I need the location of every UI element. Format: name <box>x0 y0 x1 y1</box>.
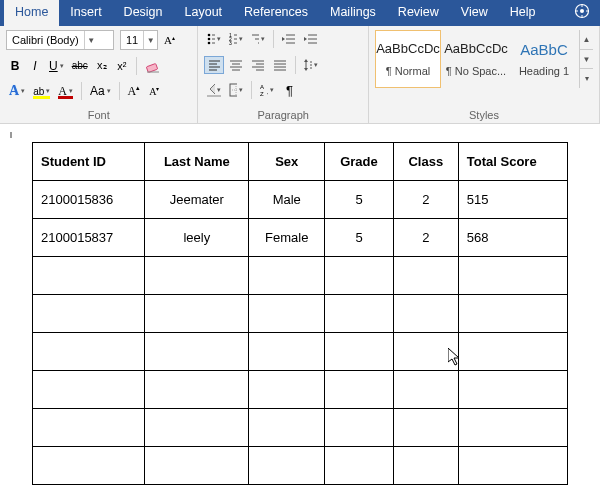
svg-text:A: A <box>164 34 172 46</box>
group-paragraph: 123 <box>198 26 369 123</box>
document-table[interactable]: Student ID Last Name Sex Grade Class Tot… <box>32 142 568 485</box>
table-header[interactable]: Grade <box>325 143 394 181</box>
table-row[interactable]: 2100015837leelyFemale52568 <box>33 219 568 257</box>
svg-point-1 <box>580 9 584 13</box>
table-row-empty[interactable] <box>33 371 568 409</box>
tab-design[interactable]: Design <box>113 0 174 26</box>
justify-icon <box>273 58 287 72</box>
group-label-styles: Styles <box>375 107 593 121</box>
increase-indent-button[interactable] <box>301 30 321 48</box>
cell-grade[interactable]: 5 <box>325 181 394 219</box>
cell-sex[interactable]: Male <box>249 181 325 219</box>
table-header[interactable]: Student ID <box>33 143 145 181</box>
style-heading-1[interactable]: AaBbC Heading 1 <box>511 30 577 88</box>
table-row-empty[interactable] <box>33 295 568 333</box>
shading-button[interactable] <box>204 81 224 99</box>
styles-expand[interactable]: ▾ <box>580 69 593 88</box>
justify-button[interactable] <box>270 56 290 74</box>
styles-scroll-up[interactable]: ▲ <box>580 30 593 50</box>
cell-grade[interactable]: 5 <box>325 219 394 257</box>
table-row-empty[interactable] <box>33 333 568 371</box>
table-row-empty[interactable] <box>33 257 568 295</box>
tab-mailings[interactable]: Mailings <box>319 0 387 26</box>
highlight-icon: ab <box>33 86 44 97</box>
font-color-button[interactable]: A <box>55 81 76 101</box>
tab-home[interactable]: Home <box>4 0 59 26</box>
table-row-empty[interactable] <box>33 447 568 485</box>
align-center-button[interactable] <box>226 56 246 74</box>
clear-formatting-button[interactable] <box>142 56 164 76</box>
chevron-down-icon: ▼ <box>84 31 98 49</box>
multilevel-list-button[interactable] <box>248 30 268 48</box>
cell-last[interactable]: Jeemater <box>145 181 249 219</box>
tab-help[interactable]: Help <box>499 0 547 26</box>
table-header[interactable]: Total Score <box>458 143 567 181</box>
numbering-button[interactable]: 123 <box>226 30 246 48</box>
tab-bar: Home Insert Design Layout References Mai… <box>0 0 600 26</box>
ruler-tick <box>10 132 12 138</box>
svg-marker-32 <box>304 37 307 41</box>
shrink-font-button[interactable]: A▾ <box>145 81 163 101</box>
tab-insert[interactable]: Insert <box>59 0 112 26</box>
table-header[interactable]: Last Name <box>145 143 249 181</box>
borders-button[interactable] <box>226 81 246 99</box>
table-row-empty[interactable] <box>33 409 568 447</box>
align-left-button[interactable] <box>204 56 224 74</box>
decrease-indent-button[interactable] <box>279 30 299 48</box>
cell-id[interactable]: 2100015837 <box>33 219 145 257</box>
styles-scroll: ▲ ▼ ▾ <box>579 30 593 88</box>
svg-point-12 <box>208 38 211 41</box>
show-marks-button[interactable]: ¶ <box>279 81 299 99</box>
svg-rect-8 <box>146 63 157 72</box>
align-right-button[interactable] <box>248 56 268 74</box>
sort-button[interactable]: AZ <box>257 81 277 99</box>
underline-button[interactable]: U <box>46 56 67 76</box>
superscript-button[interactable]: x² <box>113 56 131 76</box>
tell-me-icon[interactable] <box>568 0 600 26</box>
separator <box>273 30 274 48</box>
text-effects-icon: A <box>9 83 19 99</box>
cell-last[interactable]: leely <box>145 219 249 257</box>
bold-button[interactable]: B <box>6 56 24 76</box>
cell-class[interactable]: 2 <box>393 219 458 257</box>
svg-marker-28 <box>282 37 285 41</box>
line-spacing-button[interactable] <box>301 56 321 74</box>
italic-button[interactable]: I <box>26 56 44 76</box>
table-header-row[interactable]: Student ID Last Name Sex Grade Class Tot… <box>33 143 568 181</box>
tab-references[interactable]: References <box>233 0 319 26</box>
change-case-button[interactable]: Aa <box>87 81 114 101</box>
cell-class[interactable]: 2 <box>393 181 458 219</box>
multilevel-icon <box>251 32 259 46</box>
tab-view[interactable]: View <box>450 0 499 26</box>
styles-scroll-down[interactable]: ▼ <box>580 50 593 70</box>
cell-score[interactable]: 515 <box>458 181 567 219</box>
grow-font-button[interactable]: A▴ <box>160 30 180 50</box>
tab-review[interactable]: Review <box>387 0 450 26</box>
strikethrough-button[interactable]: abc <box>69 56 91 76</box>
subscript-button[interactable]: x₂ <box>93 56 111 76</box>
cell-sex[interactable]: Female <box>249 219 325 257</box>
font-size-combo[interactable]: 11 ▼ <box>120 30 158 50</box>
svg-point-14 <box>208 42 211 45</box>
highlight-button[interactable]: ab <box>30 81 53 101</box>
table-row[interactable]: 2100015836JeematerMale52515 <box>33 181 568 219</box>
svg-text:▴: ▴ <box>172 35 175 41</box>
ribbon: Calibri (Body) ▼ 11 ▼ A▴ B I U abc x₂ x² <box>0 26 600 124</box>
cell-id[interactable]: 2100015836 <box>33 181 145 219</box>
table-header[interactable]: Class <box>393 143 458 181</box>
grow-font-alt-button[interactable]: A▴ <box>125 81 144 101</box>
separator <box>119 82 120 100</box>
font-color-swatch <box>58 96 73 99</box>
align-right-icon <box>251 58 265 72</box>
tab-layout[interactable]: Layout <box>174 0 234 26</box>
font-name-combo[interactable]: Calibri (Body) ▼ <box>6 30 114 50</box>
font-size-value: 11 <box>121 34 143 46</box>
style-normal[interactable]: AaBbCcDc ¶ Normal <box>375 30 441 88</box>
style-no-spacing[interactable]: AaBbCcDc ¶ No Spac... <box>443 30 509 88</box>
cell-score[interactable]: 568 <box>458 219 567 257</box>
table-header[interactable]: Sex <box>249 143 325 181</box>
document-area[interactable]: Student ID Last Name Sex Grade Class Tot… <box>0 124 600 500</box>
bullets-button[interactable] <box>204 30 224 48</box>
highlight-swatch <box>33 96 50 99</box>
text-effects-button[interactable]: A <box>6 81 28 101</box>
